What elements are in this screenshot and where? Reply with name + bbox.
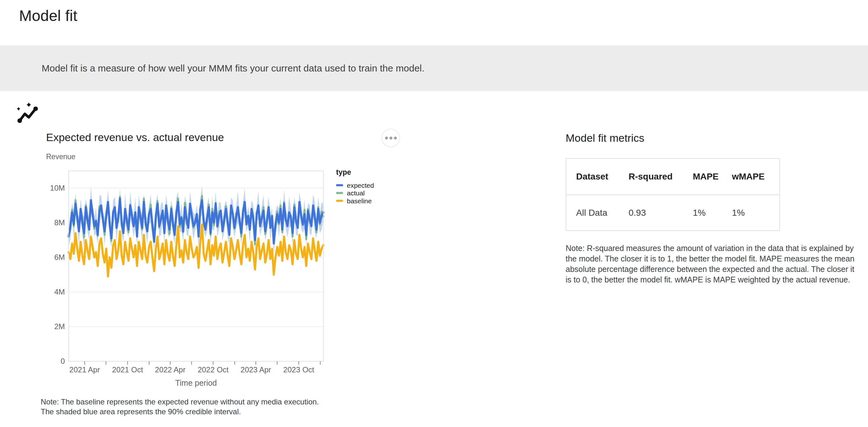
- legend-item-label: baseline: [347, 197, 372, 205]
- x-axis-tick-label: 2023 Apr: [241, 365, 271, 374]
- table-header-row: Dataset R-squared MAPE wMAPE: [566, 159, 780, 195]
- header-r-squared: R-squared: [628, 159, 693, 195]
- model-fit-sparkline-icon: [14, 101, 41, 129]
- chart-title: Expected revenue vs. actual revenue: [46, 131, 224, 143]
- x-axis-tick-label: 2021 Oct: [112, 365, 143, 374]
- y-axis-tick-label: 6M: [54, 253, 65, 261]
- y-axis-tick-label: 4M: [54, 288, 65, 296]
- more-options-icon: [394, 137, 397, 139]
- more-options-icon: [390, 137, 392, 139]
- x-axis-title: Time period: [175, 379, 217, 387]
- baseline-line: [69, 224, 323, 276]
- header-mape: MAPE: [693, 159, 729, 195]
- expected-vs-actual-revenue-chart: 02M4M6M8M10M2021 Apr2021 Oct2022 Apr2022…: [44, 165, 413, 397]
- cell-wmape: 1%: [729, 195, 780, 231]
- y-axis-tick-label: 0: [61, 357, 65, 365]
- legend-item-label: expected: [347, 182, 374, 189]
- legend-swatch-expected: [336, 184, 343, 186]
- legend-item-label: actual: [347, 189, 365, 197]
- chart-note-line2: The shaded blue area represents the 90% …: [41, 407, 319, 417]
- chart-note-line1: Note: The baseline represents the expect…: [41, 397, 319, 407]
- legend-swatch-baseline: [336, 200, 343, 202]
- model-fit-metrics-table: Dataset R-squared MAPE wMAPE All Data 0.…: [566, 158, 780, 231]
- legend-title: type: [336, 168, 351, 176]
- cell-dataset: All Data: [566, 195, 628, 231]
- chart-y-axis-caption: Revenue: [46, 153, 75, 161]
- x-axis-tick-label: 2021 Apr: [69, 365, 100, 374]
- legend-swatch-actual: [336, 192, 343, 194]
- info-banner: Model fit is a measure of how well your …: [0, 45, 868, 91]
- metrics-note: Note: R-squared measures the amount of v…: [566, 243, 858, 285]
- chart-more-options-button[interactable]: [381, 129, 400, 147]
- header-dataset: Dataset: [566, 159, 628, 195]
- x-axis-tick-label: 2023 Oct: [283, 365, 314, 374]
- chart-note: Note: The baseline represents the expect…: [41, 397, 319, 417]
- table-row: All Data 0.93 1% 1%: [566, 195, 780, 231]
- cell-r-squared: 0.93: [628, 195, 693, 231]
- more-options-icon: [385, 137, 388, 139]
- header-wmape: wMAPE: [729, 159, 780, 195]
- x-axis-tick-label: 2022 Apr: [155, 365, 185, 374]
- y-axis-tick-label: 10M: [50, 184, 65, 192]
- banner-text: Model fit is a measure of how well your …: [42, 45, 425, 91]
- y-axis-tick-label: 2M: [54, 322, 65, 331]
- y-axis-tick-label: 8M: [54, 218, 65, 227]
- cell-mape: 1%: [693, 195, 729, 231]
- metrics-title: Model fit metrics: [566, 132, 645, 144]
- page-title: Model fit: [19, 7, 77, 25]
- x-axis-tick-label: 2022 Oct: [198, 365, 229, 374]
